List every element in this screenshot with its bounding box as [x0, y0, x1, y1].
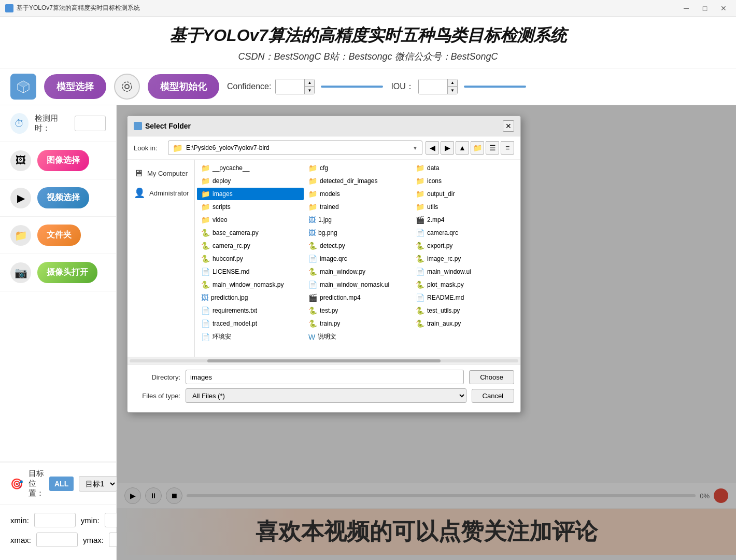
iou-input[interactable]: 0.40 — [419, 79, 447, 94]
dialog-shortcuts: 🖥 My Computer 👤 Administrator — [128, 160, 195, 357]
file-item-cfg[interactable]: 📁 cfg — [304, 162, 411, 174]
file-item-deploy[interactable]: 📁 deploy — [197, 175, 304, 187]
file-item-export[interactable]: 🐍 export.py — [412, 240, 518, 252]
file-item-2mp4[interactable]: 🎬 2.mp4 — [412, 214, 518, 226]
timer-section: ⏱ 检测用时： — [0, 105, 116, 142]
file-item-data[interactable]: 📁 data — [412, 162, 518, 174]
iou-up-button[interactable]: ▲ — [448, 79, 457, 87]
text-icon-traced-model: 📄 — [201, 319, 210, 328]
file-item-huanjing[interactable]: 📄 环境安 — [197, 330, 304, 343]
directory-input[interactable]: images — [186, 370, 464, 384]
nav-view-list-button[interactable]: ☰ — [486, 141, 499, 155]
file-item-main-nomask-py[interactable]: 🐍 main_window_nomask.py — [197, 278, 304, 291]
xmax-input[interactable] — [36, 533, 78, 547]
file-item-hubconf[interactable]: 🐍 hubconf.py — [197, 253, 304, 265]
file-name-test-utils: test_utils.py — [427, 307, 460, 314]
choose-button[interactable]: Choose — [469, 370, 514, 384]
file-item-main-window[interactable]: 🐍 main_window.py — [304, 265, 411, 278]
nav-view-detail-button[interactable]: ≡ — [501, 141, 514, 155]
file-item-utils[interactable]: 📁 utils — [412, 201, 518, 213]
file-item-plot-mask[interactable]: 🐍 plot_mask.py — [412, 278, 518, 291]
target-dropdown[interactable]: 目标1 — [79, 476, 117, 492]
nav-back-button[interactable]: ◀ — [426, 141, 439, 155]
file-item-detected[interactable]: 📁 detected_dir_images — [304, 175, 411, 187]
file-item-1jpg[interactable]: 🖼 1.jpg — [304, 214, 411, 226]
file-item-video-dir[interactable]: 📁 video — [197, 214, 304, 226]
python-icon-test: 🐍 — [308, 306, 317, 315]
file-item-camera-qrc[interactable]: 📄 camera.qrc — [412, 227, 518, 239]
folder-icon-deploy: 📁 — [201, 177, 210, 185]
files-type-label: Files of type: — [134, 392, 180, 400]
sidebar-top: ⏱ 检测用时： 🖼 图像选择 ▶ 视频选择 📁 文件夹 — [0, 105, 116, 461]
file-item-models[interactable]: 📁 models — [304, 188, 411, 200]
iou-down-button[interactable]: ▼ — [448, 87, 457, 94]
file-item-prediction-jpg[interactable]: 🖼 prediction.jpg — [197, 291, 304, 304]
cancel-button[interactable]: Cancel — [472, 389, 514, 403]
confidence-group: Confidence: 0.25 ▲ ▼ — [227, 79, 383, 94]
file-item-base-camera[interactable]: 🐍 base_camera.py — [197, 227, 304, 239]
file-item-test-utils[interactable]: 🐍 test_utils.py — [412, 304, 518, 317]
file-name-scripts: scripts — [213, 203, 231, 211]
shortcut-administrator[interactable]: 👤 Administrator — [128, 183, 194, 203]
settings-icon-button[interactable] — [114, 74, 140, 100]
file-item-image-qrc[interactable]: 📄 image.qrc — [304, 253, 411, 265]
python-icon-plot-mask: 🐍 — [416, 281, 424, 289]
file-button[interactable]: 文件夹 — [37, 225, 81, 246]
files-type-select[interactable]: All Files (*) — [186, 388, 466, 403]
nav-forward-button[interactable]: ▶ — [441, 141, 454, 155]
file-item-shuoming[interactable]: W 说明文 — [304, 330, 411, 343]
image-icon-prediction: 🖼 — [201, 293, 208, 302]
file-item-icons[interactable]: 📁 icons — [412, 175, 518, 187]
nav-up-button[interactable]: ▲ — [456, 141, 469, 155]
file-name-prediction-jpg: prediction.jpg — [211, 294, 248, 301]
minimize-button[interactable]: ─ — [679, 3, 693, 13]
file-item-train[interactable]: 🐍 train.py — [304, 317, 411, 330]
confidence-input[interactable]: 0.25 — [276, 79, 304, 94]
image-select-button[interactable]: 图像选择 — [37, 150, 89, 171]
dialog-title-icon — [134, 122, 142, 130]
camera-button[interactable]: 摄像头打开 — [37, 262, 97, 283]
file-name-export: export.py — [427, 242, 452, 249]
file-item-main-window-ui[interactable]: 📄 main_window.ui — [412, 265, 518, 278]
target-all-button[interactable]: ALL — [49, 477, 74, 491]
camera-section: 📷 摄像头打开 — [0, 254, 116, 291]
video-select-button[interactable]: 视频选择 — [37, 187, 89, 208]
close-button[interactable]: ✕ — [716, 3, 731, 13]
file-item-train-aux[interactable]: 🐍 train_aux.py — [412, 317, 518, 330]
file-item-license[interactable]: 📄 LICENSE.md — [197, 265, 304, 278]
app-container: 基于YOLOv7算法的高精度实时五种鸟类目标检测系统 CSDN：BestSong… — [0, 17, 736, 560]
file-item-prediction-mp4[interactable]: 🎬 prediction.mp4 — [304, 291, 411, 304]
model-init-button[interactable]: 模型初始化 — [148, 74, 219, 99]
file-item-detect[interactable]: 🐍 detect.py — [304, 240, 411, 252]
dialog-close-button[interactable]: ✕ — [503, 120, 514, 132]
iou-slider[interactable] — [464, 86, 526, 88]
dialog-scroll-bar[interactable] — [128, 357, 520, 364]
maximize-button[interactable]: □ — [698, 3, 712, 13]
file-item-test[interactable]: 🐍 test.py — [304, 304, 411, 317]
xmin-input[interactable] — [34, 513, 76, 527]
app-icon — [5, 4, 13, 12]
timer-input[interactable] — [75, 116, 106, 131]
file-item-camera-rc[interactable]: 🐍 camera_rc.py — [197, 240, 304, 252]
file-item-output[interactable]: 📁 output_dir — [412, 188, 518, 200]
file-item-traced-model[interactable]: 📄 traced_model.pt — [197, 317, 304, 330]
cube-icon-button[interactable] — [10, 74, 36, 100]
nav-new-folder-button[interactable]: 📁 — [471, 141, 484, 155]
file-item-readme[interactable]: 📄 README.md — [412, 291, 518, 304]
file-item-requirements[interactable]: 📄 requirements.txt — [197, 304, 304, 317]
file-item-main-nomask-ui[interactable]: 📄 main_window_nomask.ui — [304, 278, 411, 291]
file-item-images[interactable]: 📁 images — [197, 188, 304, 200]
confidence-slider[interactable] — [321, 86, 383, 88]
file-item-bg[interactable]: 🖼 bg.png — [304, 227, 411, 239]
confidence-down-button[interactable]: ▼ — [305, 87, 314, 94]
file-item-pycache[interactable]: 📁 __pycache__ — [197, 162, 304, 174]
model-select-button[interactable]: 模型选择 — [44, 74, 106, 99]
dialog-file-list[interactable]: 📁 __pycache__ 📁 cfg 📁 data — [195, 160, 520, 357]
file-item-trained[interactable]: 📁 trained — [304, 201, 411, 213]
computer-icon: 🖥 — [134, 168, 143, 179]
file-item-image-rc[interactable]: 🐍 image_rc.py — [412, 253, 518, 265]
shortcut-my-computer-label: My Computer — [147, 170, 188, 177]
confidence-up-button[interactable]: ▲ — [305, 79, 314, 87]
file-item-scripts[interactable]: 📁 scripts — [197, 201, 304, 213]
shortcut-my-computer[interactable]: 🖥 My Computer — [128, 164, 194, 183]
